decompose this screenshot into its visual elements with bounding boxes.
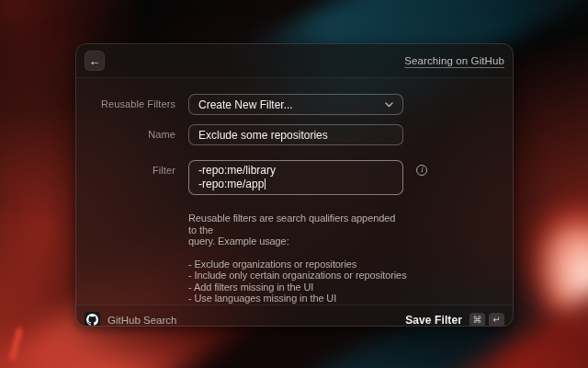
name-input[interactable]: Exclude some repositories: [188, 124, 403, 145]
filter-line-2: -repo:me/app: [198, 178, 393, 191]
name-label: Name: [76, 124, 175, 145]
reusable-filters-dropdown[interactable]: Create New Filter...: [188, 94, 403, 115]
raycast-window: ← Searching on GitHub Reusable Filters C…: [75, 43, 514, 327]
window-header: ← Searching on GitHub: [76, 44, 513, 78]
filter-textarea[interactable]: -repo:me/library -repo:me/app: [188, 160, 403, 195]
shortcut-keys: ⌘ ↵: [469, 313, 504, 328]
save-filter-button[interactable]: Save Filter: [405, 314, 462, 327]
back-arrow-icon: ←: [89, 55, 101, 67]
description-bullets: - Exclude organizations or repositories …: [188, 259, 403, 305]
github-icon: [85, 312, 100, 327]
text-caret: [265, 178, 266, 190]
description-text: Reusable filters are search qualifiers a…: [188, 213, 403, 305]
reusable-filters-row: Reusable Filters Create New Filter...: [76, 94, 513, 115]
save-filter-action[interactable]: Save Filter ⌘ ↵: [405, 313, 504, 328]
bullet-item: - Exclude organizations or repositories: [188, 259, 403, 270]
searching-on-github-link[interactable]: Searching on GitHub: [404, 55, 504, 66]
filter-form: Reusable Filters Create New Filter... Na…: [76, 78, 513, 305]
description-intro: Reusable filters are search qualifiers a…: [188, 213, 403, 247]
back-button[interactable]: ←: [85, 51, 105, 71]
name-row: Name Exclude some repositories: [76, 124, 513, 145]
app-name: GitHub Search: [107, 315, 176, 326]
filter-label: Filter: [76, 160, 175, 181]
dropdown-selected-value: Create New Filter...: [198, 98, 293, 111]
window-footer: GitHub Search Save Filter ⌘ ↵: [76, 305, 513, 328]
chevron-down-icon: [385, 102, 393, 108]
bullet-item: - Include only certain organizations or …: [188, 270, 403, 282]
description-row: Reusable filters are search qualifiers a…: [76, 213, 513, 305]
screen: ← Searching on GitHub Reusable Filters C…: [0, 0, 588, 368]
info-icon[interactable]: i: [416, 165, 427, 176]
name-input-value: Exclude some repositories: [198, 129, 328, 142]
filter-line-1: -repo:me/library: [198, 164, 393, 178]
bullet-item: - Add filters missing in the UI: [188, 282, 403, 293]
return-key-icon: ↵: [489, 313, 504, 328]
reusable-filters-label: Reusable Filters: [76, 94, 175, 115]
footer-app: GitHub Search: [85, 312, 176, 327]
bullet-item: - Use languages missing in the UI: [188, 293, 403, 305]
filter-row: Filter -repo:me/library -repo:me/app i: [76, 160, 513, 195]
command-key-icon: ⌘: [469, 313, 485, 328]
